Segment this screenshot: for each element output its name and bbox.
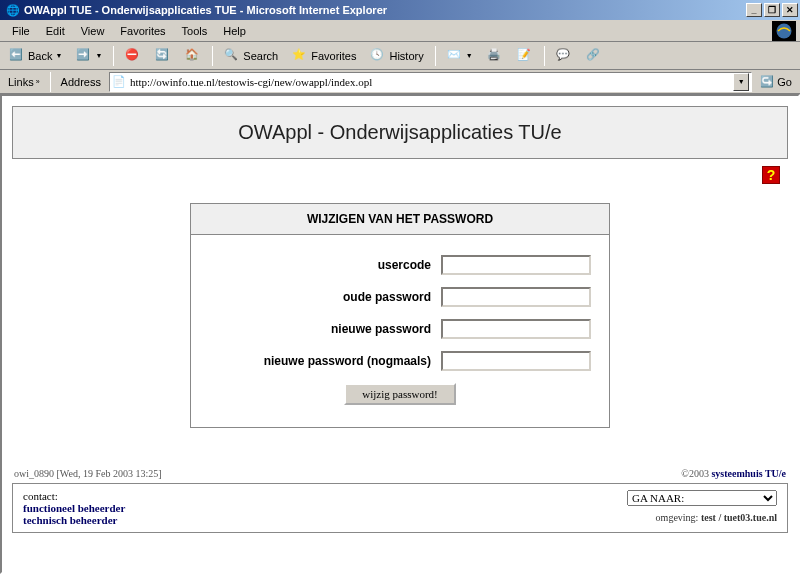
url-field-wrap: 📄 ▼ [109, 72, 752, 92]
home-icon: 🏠 [185, 48, 201, 64]
page-icon: 📄 [112, 75, 126, 88]
contact-label: contact: [23, 490, 58, 502]
search-button[interactable]: 🔍Search [219, 45, 283, 67]
refresh-icon: 🔄 [155, 48, 171, 64]
edit-button[interactable]: 📝 [512, 45, 538, 67]
mail-button[interactable]: ✉️▼ [442, 45, 478, 67]
menu-favorites[interactable]: Favorites [112, 23, 173, 39]
close-button[interactable]: ✕ [782, 3, 798, 17]
ganaar-select[interactable]: GA NAAR: [627, 490, 777, 506]
search-icon: 🔍 [224, 48, 240, 64]
search-label: Search [243, 50, 278, 62]
home-button[interactable]: 🏠 [180, 45, 206, 67]
technisch-link[interactable]: technisch beheerder [23, 514, 627, 526]
refresh-button[interactable]: 🔄 [150, 45, 176, 67]
go-label: Go [777, 76, 792, 88]
stop-button[interactable]: ⛔ [120, 45, 146, 67]
extra-icon: 🔗 [586, 48, 602, 64]
menu-help[interactable]: Help [215, 23, 254, 39]
links-button[interactable]: Links » [4, 76, 44, 88]
minimize-button[interactable]: _ [746, 3, 762, 17]
ie-logo-icon [772, 21, 796, 41]
stop-icon: ⛔ [125, 48, 141, 64]
usercode-label: usercode [209, 258, 441, 272]
url-dropdown[interactable]: ▼ [733, 73, 749, 91]
menu-view[interactable]: View [73, 23, 113, 39]
functioneel-link[interactable]: functioneel beheerder [23, 502, 627, 514]
links-label: Links [8, 76, 34, 88]
forward-button[interactable]: ➡️▼ [71, 45, 107, 67]
favorites-label: Favorites [311, 50, 356, 62]
page-header: OWAppl - Onderwijsapplicaties TU/e [12, 106, 788, 159]
oldpw-label: oude password [209, 290, 441, 304]
newpw-label: nieuwe password [209, 322, 441, 336]
discuss-button[interactable]: 💬 [551, 45, 577, 67]
favorites-icon: ⭐ [292, 48, 308, 64]
help-button[interactable]: ? [762, 166, 780, 184]
addressbar: Links » Address 📄 ▼ ↪️Go [0, 70, 800, 94]
print-button[interactable]: 🖨️ [482, 45, 508, 67]
oldpw-input[interactable] [441, 287, 591, 307]
extra-button[interactable]: 🔗 [581, 45, 607, 67]
usercode-input[interactable] [441, 255, 591, 275]
history-button[interactable]: 🕓History [365, 45, 428, 67]
page-title: OWAppl - Onderwijsapplicaties TU/e [13, 121, 787, 144]
dropdown-icon: ▼ [55, 52, 62, 59]
submit-button[interactable]: wijzig password! [344, 383, 455, 405]
titlebar: 🌐 OWAppl TUE - Onderwijsapplicaties TUE … [0, 0, 800, 20]
mail-icon: ✉️ [447, 48, 463, 64]
window-title: OWAppl TUE - Onderwijsapplicaties TUE - … [24, 4, 387, 16]
omgeving-text: omgeving: test / tuet03.tue.nl [656, 512, 777, 523]
maximize-button[interactable]: ❐ [764, 3, 780, 17]
newpw-input[interactable] [441, 319, 591, 339]
address-label: Address [57, 76, 105, 88]
menu-file[interactable]: File [4, 23, 38, 39]
back-icon: ⬅️ [9, 48, 25, 64]
edit-icon: 📝 [517, 48, 533, 64]
favorites-button[interactable]: ⭐Favorites [287, 45, 361, 67]
page-footer: owi_0890 [Wed, 19 Feb 2003 13:25] ©2003 … [12, 468, 788, 479]
footer-left: owi_0890 [Wed, 19 Feb 2003 13:25] [14, 468, 162, 479]
newpw2-input[interactable] [441, 351, 591, 371]
menu-tools[interactable]: Tools [174, 23, 216, 39]
go-button[interactable]: ↪️Go [756, 75, 796, 88]
password-form: WIJZIGEN VAN HET PASSWORD usercode oude … [190, 203, 610, 428]
newpw2-label: nieuwe password (nogmaals) [209, 354, 441, 368]
systeemhuis-link[interactable]: systeemhuis TU/e [711, 468, 786, 479]
form-title: WIJZIGEN VAN HET PASSWORD [191, 204, 609, 235]
footer-right: ©2003 systeemhuis TU/e [681, 468, 786, 479]
url-input[interactable] [130, 76, 729, 88]
back-label: Back [28, 50, 52, 62]
go-icon: ↪️ [760, 75, 774, 88]
history-label: History [389, 50, 423, 62]
back-button[interactable]: ⬅️ Back ▼ [4, 45, 67, 67]
history-icon: 🕓 [370, 48, 386, 64]
forward-icon: ➡️ [76, 48, 92, 64]
toolbar: ⬅️ Back ▼ ➡️▼ ⛔ 🔄 🏠 🔍Search ⭐Favorites 🕓… [0, 42, 800, 70]
print-icon: 🖨️ [487, 48, 503, 64]
app-icon: 🌐 [6, 4, 20, 17]
contact-box: contact: functioneel beheerder technisch… [12, 483, 788, 533]
discuss-icon: 💬 [556, 48, 572, 64]
menu-edit[interactable]: Edit [38, 23, 73, 39]
page-content: OWAppl - Onderwijsapplicaties TU/e ? WIJ… [0, 94, 800, 574]
menubar: File Edit View Favorites Tools Help [0, 20, 800, 42]
